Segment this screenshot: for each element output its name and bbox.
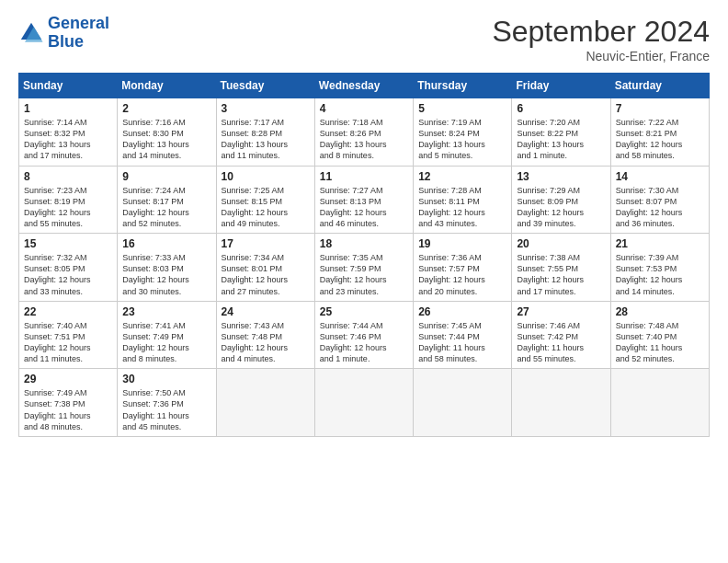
table-row: 14Sunrise: 7:30 AM Sunset: 8:07 PM Dayli…	[610, 166, 709, 234]
calendar-row: 8Sunrise: 7:23 AM Sunset: 8:19 PM Daylig…	[19, 166, 710, 234]
day-info: Sunrise: 7:18 AM Sunset: 8:26 PM Dayligh…	[320, 117, 408, 162]
header-friday: Friday	[512, 74, 610, 98]
header-tuesday: Tuesday	[216, 74, 314, 98]
day-number: 6	[517, 102, 605, 115]
day-info: Sunrise: 7:28 AM Sunset: 8:11 PM Dayligh…	[418, 185, 506, 230]
table-row: 1Sunrise: 7:14 AM Sunset: 8:32 PM Daylig…	[19, 98, 118, 167]
day-number: 10	[222, 170, 310, 183]
header-monday: Monday	[118, 74, 216, 98]
day-number: 3	[222, 102, 310, 115]
table-row: 21Sunrise: 7:39 AM Sunset: 7:53 PM Dayli…	[610, 234, 709, 302]
day-number: 18	[320, 237, 408, 250]
table-row: 29Sunrise: 7:49 AM Sunset: 7:38 PM Dayli…	[19, 369, 118, 437]
table-row: 2Sunrise: 7:16 AM Sunset: 8:30 PM Daylig…	[118, 98, 216, 167]
day-number: 1	[24, 102, 112, 115]
table-row: 22Sunrise: 7:40 AM Sunset: 7:51 PM Dayli…	[19, 301, 118, 369]
table-row: 13Sunrise: 7:29 AM Sunset: 8:09 PM Dayli…	[512, 166, 610, 234]
day-info: Sunrise: 7:25 AM Sunset: 8:15 PM Dayligh…	[222, 185, 310, 230]
table-row: 3Sunrise: 7:17 AM Sunset: 8:28 PM Daylig…	[216, 98, 314, 167]
table-row: 8Sunrise: 7:23 AM Sunset: 8:19 PM Daylig…	[19, 166, 118, 234]
day-number: 9	[122, 170, 210, 183]
day-info: Sunrise: 7:30 AM Sunset: 8:07 PM Dayligh…	[616, 185, 704, 230]
day-number: 19	[418, 237, 506, 250]
day-number: 4	[320, 102, 408, 115]
day-number: 20	[517, 237, 605, 250]
table-row: 23Sunrise: 7:41 AM Sunset: 7:49 PM Dayli…	[118, 301, 216, 369]
day-info: Sunrise: 7:43 AM Sunset: 7:48 PM Dayligh…	[222, 320, 310, 365]
day-info: Sunrise: 7:38 AM Sunset: 7:55 PM Dayligh…	[517, 252, 605, 297]
day-number: 8	[24, 170, 112, 183]
day-number: 29	[24, 373, 112, 385]
table-row: 30Sunrise: 7:50 AM Sunset: 7:36 PM Dayli…	[118, 369, 216, 437]
table-row: 16Sunrise: 7:33 AM Sunset: 8:03 PM Dayli…	[118, 234, 216, 302]
header-thursday: Thursday	[414, 74, 512, 98]
logo-text: General Blue	[48, 15, 109, 52]
day-info: Sunrise: 7:50 AM Sunset: 7:36 PM Dayligh…	[122, 387, 210, 432]
day-number: 14	[616, 170, 704, 183]
day-info: Sunrise: 7:29 AM Sunset: 8:09 PM Dayligh…	[517, 185, 605, 230]
header-sunday: Sunday	[19, 74, 118, 98]
day-number: 7	[616, 102, 704, 115]
logo-icon	[18, 20, 44, 46]
day-info: Sunrise: 7:14 AM Sunset: 8:32 PM Dayligh…	[24, 117, 112, 162]
calendar-row: 22Sunrise: 7:40 AM Sunset: 7:51 PM Dayli…	[19, 301, 710, 369]
table-row: 26Sunrise: 7:45 AM Sunset: 7:44 PM Dayli…	[414, 301, 512, 369]
table-row: 19Sunrise: 7:36 AM Sunset: 7:57 PM Dayli…	[414, 234, 512, 302]
day-number: 26	[418, 305, 506, 318]
title-block: September 2024 Neuvic-Entier, France	[492, 15, 710, 63]
day-info: Sunrise: 7:22 AM Sunset: 8:21 PM Dayligh…	[616, 117, 704, 162]
day-info: Sunrise: 7:39 AM Sunset: 7:53 PM Dayligh…	[616, 252, 704, 297]
page: General Blue September 2024 Neuvic-Entie…	[0, 0, 728, 563]
table-row	[216, 369, 314, 437]
day-number: 13	[517, 170, 605, 183]
table-row: 10Sunrise: 7:25 AM Sunset: 8:15 PM Dayli…	[216, 166, 314, 234]
table-row	[314, 369, 413, 437]
day-info: Sunrise: 7:16 AM Sunset: 8:30 PM Dayligh…	[122, 117, 210, 162]
calendar-table: Sunday Monday Tuesday Wednesday Thursday…	[18, 73, 710, 437]
day-number: 22	[24, 305, 112, 318]
day-info: Sunrise: 7:44 AM Sunset: 7:46 PM Dayligh…	[320, 320, 408, 365]
day-info: Sunrise: 7:27 AM Sunset: 8:13 PM Dayligh…	[320, 185, 408, 230]
month-title: September 2024	[492, 15, 710, 49]
location: Neuvic-Entier, France	[492, 49, 710, 63]
day-info: Sunrise: 7:45 AM Sunset: 7:44 PM Dayligh…	[418, 320, 506, 365]
table-row: 11Sunrise: 7:27 AM Sunset: 8:13 PM Dayli…	[314, 166, 413, 234]
day-number: 21	[616, 237, 704, 250]
day-number: 25	[320, 305, 408, 318]
day-info: Sunrise: 7:20 AM Sunset: 8:22 PM Dayligh…	[517, 117, 605, 162]
table-row: 28Sunrise: 7:48 AM Sunset: 7:40 PM Dayli…	[610, 301, 709, 369]
day-info: Sunrise: 7:40 AM Sunset: 7:51 PM Dayligh…	[24, 320, 112, 365]
table-row: 24Sunrise: 7:43 AM Sunset: 7:48 PM Dayli…	[216, 301, 314, 369]
day-number: 16	[122, 237, 210, 250]
table-row	[512, 369, 610, 437]
table-row: 20Sunrise: 7:38 AM Sunset: 7:55 PM Dayli…	[512, 234, 610, 302]
table-row: 12Sunrise: 7:28 AM Sunset: 8:11 PM Dayli…	[414, 166, 512, 234]
day-info: Sunrise: 7:32 AM Sunset: 8:05 PM Dayligh…	[24, 252, 112, 297]
day-number: 17	[222, 237, 310, 250]
calendar-row: 15Sunrise: 7:32 AM Sunset: 8:05 PM Dayli…	[19, 234, 710, 302]
day-info: Sunrise: 7:35 AM Sunset: 7:59 PM Dayligh…	[320, 252, 408, 297]
day-number: 12	[418, 170, 506, 183]
day-number: 24	[222, 305, 310, 318]
day-info: Sunrise: 7:36 AM Sunset: 7:57 PM Dayligh…	[418, 252, 506, 297]
table-row	[610, 369, 709, 437]
table-row: 25Sunrise: 7:44 AM Sunset: 7:46 PM Dayli…	[314, 301, 413, 369]
day-info: Sunrise: 7:34 AM Sunset: 8:01 PM Dayligh…	[222, 252, 310, 297]
day-number: 28	[616, 305, 704, 318]
day-info: Sunrise: 7:41 AM Sunset: 7:49 PM Dayligh…	[122, 320, 210, 365]
calendar-row: 1Sunrise: 7:14 AM Sunset: 8:32 PM Daylig…	[19, 98, 710, 167]
day-number: 23	[122, 305, 210, 318]
table-row: 17Sunrise: 7:34 AM Sunset: 8:01 PM Dayli…	[216, 234, 314, 302]
day-number: 30	[122, 373, 210, 385]
day-info: Sunrise: 7:23 AM Sunset: 8:19 PM Dayligh…	[24, 185, 112, 230]
table-row: 4Sunrise: 7:18 AM Sunset: 8:26 PM Daylig…	[314, 98, 413, 167]
day-info: Sunrise: 7:19 AM Sunset: 8:24 PM Dayligh…	[418, 117, 506, 162]
day-number: 11	[320, 170, 408, 183]
table-row: 5Sunrise: 7:19 AM Sunset: 8:24 PM Daylig…	[414, 98, 512, 167]
day-info: Sunrise: 7:33 AM Sunset: 8:03 PM Dayligh…	[122, 252, 210, 297]
day-number: 5	[418, 102, 506, 115]
header-wednesday: Wednesday	[314, 74, 413, 98]
logo-line1: General	[48, 14, 109, 32]
header-saturday: Saturday	[610, 74, 709, 98]
table-row	[414, 369, 512, 437]
